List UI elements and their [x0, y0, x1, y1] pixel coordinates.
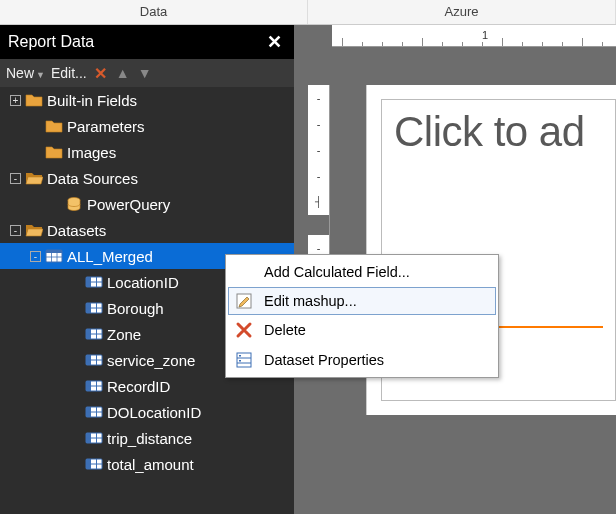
ctx-delete[interactable]: Delete — [228, 315, 496, 345]
panel-title: Report Data — [8, 33, 263, 51]
tree-node-parameters[interactable]: Parameters — [0, 113, 294, 139]
tree-node-label: Zone — [107, 326, 141, 343]
ctx-item-label: Delete — [264, 322, 306, 338]
delete-icon — [234, 320, 254, 340]
expand-icon — [50, 199, 61, 210]
tree-node-label: Parameters — [67, 118, 145, 135]
expand-icon — [30, 147, 41, 158]
expand-icon[interactable]: - — [10, 225, 21, 236]
tree-node-powerquery[interactable]: PowerQuery — [0, 191, 294, 217]
tree-node-label: LocationID — [107, 274, 179, 291]
field-icon — [85, 456, 103, 472]
close-icon[interactable]: ✕ — [263, 31, 286, 53]
tree-node-label: Data Sources — [47, 170, 138, 187]
expand-icon[interactable]: + — [10, 95, 21, 106]
ruler-tick: 1 — [482, 29, 488, 41]
tab-azure[interactable]: Azure — [308, 0, 616, 24]
dataset-icon — [45, 248, 63, 264]
tree-node-builtinfields[interactable]: +Built-in Fields — [0, 87, 294, 113]
tree-node-label: PowerQuery — [87, 196, 170, 213]
folder-icon — [45, 144, 63, 160]
field-icon — [85, 378, 103, 394]
tree-node-label: service_zone — [107, 352, 195, 369]
expand-icon — [70, 433, 81, 444]
ctx-addcalc[interactable]: Add Calculated Field... — [228, 257, 496, 287]
folder-open-icon — [25, 222, 43, 238]
field-icon — [85, 274, 103, 290]
ctx-item-label: Dataset Properties — [264, 352, 384, 368]
datasource-icon — [65, 196, 83, 212]
panel-header: Report Data ✕ — [0, 25, 294, 59]
tree-node-label: ALL_Merged — [67, 248, 153, 265]
field-icon — [85, 300, 103, 316]
tree-node-dolocationid[interactable]: DOLocationID — [0, 399, 294, 425]
tree-node-tripdistance[interactable]: trip_distance — [0, 425, 294, 451]
folder-open-icon — [25, 170, 43, 186]
field-icon — [85, 352, 103, 368]
tree-node-datasources[interactable]: -Data Sources — [0, 165, 294, 191]
delete-icon[interactable]: ✕ — [93, 65, 109, 81]
expand-icon — [70, 381, 81, 392]
props-icon — [234, 350, 254, 370]
expand-icon — [30, 121, 41, 132]
tree-node-label: DOLocationID — [107, 404, 201, 421]
tab-data[interactable]: Data — [0, 0, 308, 24]
expand-icon — [70, 459, 81, 470]
tree-node-label: Datasets — [47, 222, 106, 239]
ribbon-tabs: Data Azure — [0, 0, 616, 25]
tree-node-datasets[interactable]: -Datasets — [0, 217, 294, 243]
tree-node-totalamount[interactable]: total_amount — [0, 451, 294, 477]
field-icon — [85, 430, 103, 446]
tree-node-label: total_amount — [107, 456, 194, 473]
tree-node-images[interactable]: Images — [0, 139, 294, 165]
tree-node-label: RecordID — [107, 378, 170, 395]
ctx-dsprops[interactable]: Dataset Properties — [228, 345, 496, 375]
folder-icon — [45, 118, 63, 134]
tree-node-label: Built-in Fields — [47, 92, 137, 109]
move-down-icon[interactable]: ▼ — [137, 65, 153, 81]
expand-icon — [70, 329, 81, 340]
horizontal-ruler: 1 — [332, 25, 616, 47]
expand-icon — [70, 407, 81, 418]
tree-node-label: trip_distance — [107, 430, 192, 447]
expand-icon[interactable]: - — [10, 173, 21, 184]
field-icon — [85, 404, 103, 420]
expand-icon[interactable]: - — [30, 251, 41, 262]
title-placeholder[interactable]: Click to ad — [394, 108, 603, 156]
expand-icon — [70, 355, 81, 366]
move-up-icon[interactable]: ▲ — [115, 65, 131, 81]
expand-icon — [70, 303, 81, 314]
field-icon — [85, 326, 103, 342]
ctx-item-label: Edit mashup... — [264, 293, 357, 309]
context-menu: Add Calculated Field...Edit mashup...Del… — [225, 254, 499, 378]
tree-node-label: Borough — [107, 300, 164, 317]
blank-icon — [234, 262, 254, 282]
folder-icon — [25, 92, 43, 108]
expand-icon — [70, 277, 81, 288]
new-button[interactable]: New▼ — [6, 65, 45, 81]
edit-button[interactable]: Edit... — [51, 65, 87, 81]
ctx-item-label: Add Calculated Field... — [264, 264, 410, 280]
tree-node-label: Images — [67, 144, 116, 161]
ctx-editmashup[interactable]: Edit mashup... — [228, 287, 496, 315]
edit-icon — [234, 291, 254, 311]
panel-toolbar: New▼ Edit... ✕ ▲ ▼ — [0, 59, 294, 87]
